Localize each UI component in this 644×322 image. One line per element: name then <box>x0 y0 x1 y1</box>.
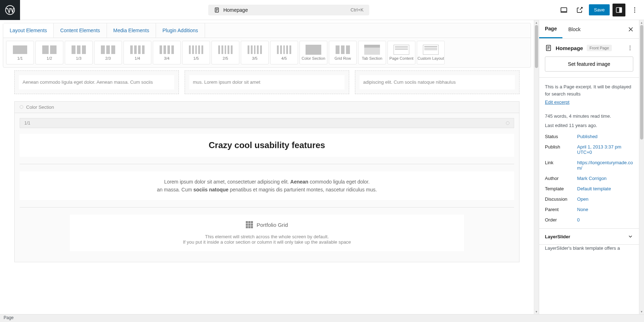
column-box[interactable]: adipiscing elit. Cum sociis natoque nibh… <box>355 70 519 94</box>
element-tile-1-3[interactable]: 1/3 <box>65 41 93 64</box>
breadcrumb-item[interactable]: Page <box>4 315 14 320</box>
element-tile-3-5[interactable]: 3/5 <box>241 41 269 64</box>
page-title-row: Homepage Front Page <box>545 44 633 52</box>
editor-scrollbar[interactable]: ▴ ▾ <box>534 20 539 314</box>
view-page-button[interactable] <box>573 4 586 16</box>
element-tile-custom-layout[interactable]: Custom Layout <box>417 41 445 64</box>
external-link-icon <box>576 6 583 14</box>
layout-glyph-icon <box>364 45 380 55</box>
column-box[interactable]: mus. Lorem ipsum dolor sit amet <box>185 70 349 94</box>
separator[interactable] <box>20 164 514 164</box>
element-tile-1-4[interactable]: 1/4 <box>123 41 151 64</box>
page-summary-section: Homepage Front Page Set featured image <box>539 39 639 78</box>
canvas: Aenean commodo ligula eget dolor. Aenean… <box>0 70 534 314</box>
more-options-button[interactable] <box>628 4 641 16</box>
element-tile-2-5[interactable]: 2/5 <box>211 41 239 64</box>
layerslider-panel-toggle[interactable]: LayerSlider <box>539 229 639 245</box>
scroll-up-icon[interactable]: ▴ <box>534 21 539 24</box>
svg-rect-9 <box>620 8 622 12</box>
separator[interactable] <box>20 207 514 208</box>
svg-point-12 <box>634 11 635 13</box>
device-preview-button[interactable] <box>557 4 570 16</box>
page-actions-button[interactable] <box>627 45 633 51</box>
tab-block[interactable]: Block <box>562 21 586 38</box>
color-section-label: Color Section <box>26 104 54 110</box>
tab-page[interactable]: Page <box>539 20 562 38</box>
meta-status[interactable]: StatusPublished <box>545 134 633 139</box>
page-icon <box>214 7 220 13</box>
wordpress-icon <box>5 5 15 15</box>
element-tile-label: 3/5 <box>252 56 257 60</box>
page-title: Homepage <box>556 45 583 51</box>
scroll-thumb[interactable] <box>640 25 643 140</box>
topbar-actions: Save <box>557 4 644 16</box>
column-box[interactable]: Aenean commodo ligula eget dolor. Aenean… <box>14 70 179 94</box>
svg-point-20 <box>630 48 630 48</box>
element-tile-1-5[interactable]: 1/5 <box>182 41 210 64</box>
page-icon <box>545 44 552 52</box>
element-tile-label: 1/2 <box>47 56 52 60</box>
word-stats: 745 words, 4 minutes read time. <box>545 113 633 120</box>
element-tile-1-1[interactable]: 1/1 <box>6 41 34 64</box>
edit-excerpt-link[interactable]: Edit excerpt <box>545 99 570 105</box>
meta-discussion[interactable]: DiscussionOpen <box>545 196 633 202</box>
element-tile-3-4[interactable]: 3/4 <box>153 41 181 64</box>
scroll-down-icon[interactable]: ▾ <box>639 310 644 313</box>
element-tile-2-3[interactable]: 2/3 <box>94 41 122 64</box>
layerslider-description: LayerSlider's blank template offers a <box>539 245 639 258</box>
chevron-down-icon <box>628 234 633 239</box>
layout-glyph-icon <box>306 45 321 55</box>
element-tile-color-section[interactable]: Color Section <box>299 41 327 64</box>
footer-breadcrumb: Page <box>0 314 644 322</box>
element-tile-page-content[interactable]: Page Content <box>387 41 415 64</box>
element-tile-label: 1/1 <box>17 56 23 60</box>
tab-layout-elements[interactable]: Layout Elements <box>3 23 54 38</box>
main-row: Layout Elements Content Elements Media E… <box>0 20 644 314</box>
element-tile-label: Custom Layout <box>418 56 444 60</box>
element-tile-label: 4/5 <box>281 56 287 60</box>
element-tile-tab-section[interactable]: Tab Section <box>358 41 386 64</box>
close-sidebar-button[interactable] <box>623 26 639 33</box>
wordpress-logo[interactable] <box>0 0 20 20</box>
set-featured-image-button[interactable]: Set featured image <box>545 57 633 72</box>
element-tile-grid-row[interactable]: Grid Row <box>329 41 357 64</box>
desktop-icon <box>560 6 568 14</box>
element-tile-4-5[interactable]: 4/5 <box>270 41 298 64</box>
meta-template[interactable]: TemplateDefault template <box>545 186 633 191</box>
layout-glyph-icon <box>247 45 263 55</box>
tab-content-elements[interactable]: Content Elements <box>54 23 107 38</box>
tab-plugin-additions[interactable]: Plugin Additions <box>156 23 205 38</box>
element-tile-1-2[interactable]: 1/2 <box>35 41 63 64</box>
scroll-thumb[interactable] <box>535 25 538 68</box>
element-tile-label: Page Content <box>389 56 413 60</box>
sidebar-scrollbar[interactable]: ▴ ▾ <box>639 20 644 314</box>
portfolio-grid-block[interactable]: Portfolio Grid This element will stretch… <box>70 215 464 251</box>
meta-order[interactable]: Order0 <box>545 217 633 223</box>
meta-publish[interactable]: PublishApril 1, 2013 3:37 pm UTC+0 <box>545 144 633 155</box>
scroll-up-icon[interactable]: ▴ <box>639 21 644 24</box>
column-header[interactable]: 1/1 <box>20 118 514 128</box>
page-meta-section: 745 words, 4 minutes read time. Last edi… <box>539 107 639 229</box>
meta-link[interactable]: Linkhttps://longcenturymade.com/ <box>545 160 633 171</box>
svg-rect-5 <box>561 8 567 11</box>
row-three-columns: Aenean commodo ligula eget dolor. Aenean… <box>14 70 519 94</box>
layout-glyph-icon <box>42 45 57 55</box>
excerpt-text: This is a Page excerpt. It will be displ… <box>545 83 633 97</box>
layout-glyph-icon <box>100 45 116 55</box>
save-button[interactable]: Save <box>589 4 610 15</box>
document-switcher[interactable]: Homepage Ctrl+K <box>208 5 369 15</box>
heading-block[interactable]: Crazy cool usability features <box>20 134 514 157</box>
text-block: mus. Lorem ipsum dolor sit amet <box>189 75 345 89</box>
column-handle-icon[interactable] <box>506 121 509 125</box>
color-section-header[interactable]: Color Section <box>14 101 519 113</box>
settings-toggle-button[interactable] <box>613 4 625 16</box>
tab-media-elements[interactable]: Media Elements <box>107 23 156 38</box>
scroll-down-icon[interactable]: ▾ <box>534 310 539 313</box>
meta-parent[interactable]: ParentNone <box>545 207 633 212</box>
text-block[interactable]: Lorem ipsum dolor sit amet, consectetuer… <box>20 171 514 200</box>
meta-author[interactable]: AuthorMark Corrigon <box>545 176 633 181</box>
drag-handle-icon[interactable] <box>20 105 23 109</box>
excerpt-section: This is a Page excerpt. It will be displ… <box>539 78 639 107</box>
layout-glyph-icon <box>130 45 145 55</box>
heading-text: Crazy cool usability features <box>28 140 506 150</box>
